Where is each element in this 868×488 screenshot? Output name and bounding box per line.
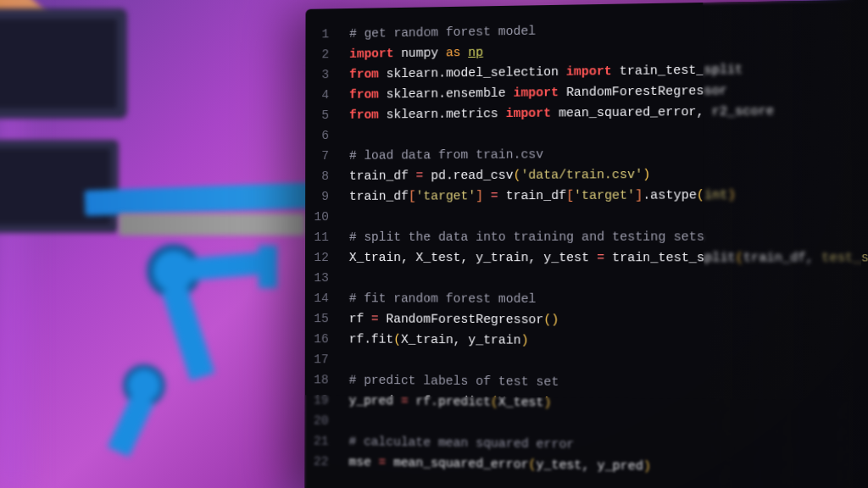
code-editor[interactable]: 1# get random forest model2import numpy …	[304, 0, 868, 488]
line-number: 11	[305, 227, 342, 247]
token-kw-red: import	[513, 86, 565, 100]
token-import-name: mean_squared_error, r2_score	[559, 104, 774, 120]
code-line[interactable]: 9train_df['target'] = train_df['target']…	[305, 184, 868, 207]
token-import-name: train_test_split	[620, 63, 743, 78]
line-number: 22	[305, 451, 342, 472]
line-content[interactable]	[342, 281, 868, 282]
token-op: =	[491, 189, 506, 202]
line-number: 5	[305, 105, 342, 125]
line-number: 4	[305, 85, 342, 105]
token-paren: )	[643, 168, 650, 181]
line-content[interactable]: # load data from train.csv	[342, 141, 868, 166]
token-module: sklearn.model_selection	[387, 65, 566, 81]
token-str: int	[704, 188, 727, 202]
token-ident: pd.read_csv	[431, 169, 513, 183]
code-line[interactable]: 15rf = RandomForestRegressor()	[305, 308, 868, 332]
token-op: =	[401, 394, 416, 408]
token-kw-red: import	[349, 47, 401, 61]
token-str: 'target'	[416, 189, 476, 202]
line-content[interactable]	[342, 135, 868, 139]
token-as: as	[446, 46, 468, 59]
code-line[interactable]: 8train_df = pd.read_csv('data/train.csv'…	[305, 163, 868, 186]
token-ident: X_train, X_test, y_train, y_test	[349, 251, 597, 264]
line-content[interactable]: rf.fit(X_train, y_train)	[342, 329, 868, 352]
svg-rect-1	[162, 284, 215, 380]
code-line[interactable]: 13	[305, 268, 868, 290]
code-line[interactable]: 16rf.fit(X_train, y_train)	[305, 329, 868, 353]
robot-arm-segment-lower	[119, 214, 305, 236]
token-module: sklearn.ensemble	[387, 86, 514, 102]
line-content[interactable]: rf = RandomForestRegressor()	[342, 308, 868, 331]
line-number: 12	[305, 247, 342, 268]
background-monitor-2	[0, 140, 119, 233]
token-paren: ()	[543, 313, 559, 326]
token-ident: .astype	[643, 188, 697, 202]
token-comment: # fit random forest model	[349, 291, 537, 306]
line-number: 18	[305, 369, 342, 390]
token-ident: y_test, y_pred	[537, 458, 643, 473]
line-content[interactable]: # fit random forest model	[342, 288, 868, 311]
line-content[interactable]: train_df['target'] = train_df['target'].…	[342, 184, 868, 207]
token-kw-red: from	[349, 108, 387, 121]
token-str: test_size=0.2	[821, 251, 868, 265]
line-number: 20	[305, 410, 342, 431]
token-module: sklearn.metrics	[387, 107, 506, 121]
token-paren: (	[514, 169, 521, 182]
token-module: numpy	[401, 46, 446, 60]
token-str: 'data/train.csv'	[520, 168, 643, 182]
line-content[interactable]: # split the data into training and testi…	[342, 226, 868, 247]
code-line[interactable]: 10	[305, 205, 868, 227]
token-kw-red: from	[349, 87, 387, 101]
background-monitor-1	[0, 8, 127, 119]
token-paren: )	[521, 333, 529, 347]
line-number: 1	[305, 24, 342, 45]
token-op: =	[416, 169, 431, 182]
token-comment: # split the data into training and testi…	[349, 230, 704, 244]
token-kw-red: from	[349, 67, 387, 81]
robot-arm-icon	[97, 220, 318, 458]
token-ident: X_train, y_train	[401, 333, 521, 347]
token-ident: rf.predict	[415, 395, 490, 409]
token-kw-red: import	[506, 106, 559, 120]
token-bracket: [	[566, 189, 574, 202]
token-op: =	[371, 312, 387, 325]
svg-point-2	[125, 367, 163, 404]
svg-rect-4	[191, 252, 269, 280]
code-line[interactable]: 11# split the data into training and tes…	[305, 226, 868, 247]
token-ident: train_df	[506, 189, 566, 203]
token-ident: train_df	[349, 169, 416, 182]
line-number: 16	[305, 329, 342, 349]
line-content[interactable]	[342, 363, 868, 367]
token-ident: mean_squared_error	[393, 456, 529, 472]
line-content[interactable]	[342, 219, 868, 220]
line-number: 19	[305, 390, 342, 411]
token-paren: )	[643, 459, 651, 474]
token-ident: rf	[349, 312, 371, 325]
token-ident: train_df,	[743, 251, 821, 265]
line-number: 3	[305, 64, 342, 85]
token-import-name: RandomForestRegressor	[566, 84, 727, 99]
token-paren: (	[393, 333, 401, 347]
line-number: 17	[305, 349, 342, 369]
robot-arm-segment-upper	[85, 182, 323, 216]
code-line[interactable]: 14# fit random forest model	[305, 288, 868, 311]
line-number: 6	[305, 125, 342, 146]
line-number: 8	[305, 166, 342, 186]
line-number: 9	[305, 186, 342, 207]
token-ident: rf.fit	[349, 332, 393, 346]
token-comment: # load data from train.csv	[349, 147, 543, 163]
line-content[interactable]: train_df = pd.read_csv('data/train.csv')	[342, 163, 868, 186]
line-number: 13	[305, 268, 342, 288]
token-paren: (	[529, 458, 537, 471]
line-content[interactable]	[342, 424, 868, 431]
token-str: 'target'	[574, 188, 635, 202]
line-content[interactable]: X_train, X_test, y_train, y_test = train…	[342, 247, 868, 269]
token-bracket: ]	[476, 189, 491, 202]
token-paren: (	[736, 251, 743, 264]
token-ident: X_test	[498, 395, 544, 409]
code-line[interactable]: 12X_train, X_test, y_train, y_test = tra…	[305, 247, 868, 269]
svg-point-0	[150, 247, 198, 295]
token-ident: RandomForestRegressor	[386, 312, 543, 326]
token-ident: mse	[349, 455, 379, 469]
line-number: 10	[305, 207, 342, 227]
